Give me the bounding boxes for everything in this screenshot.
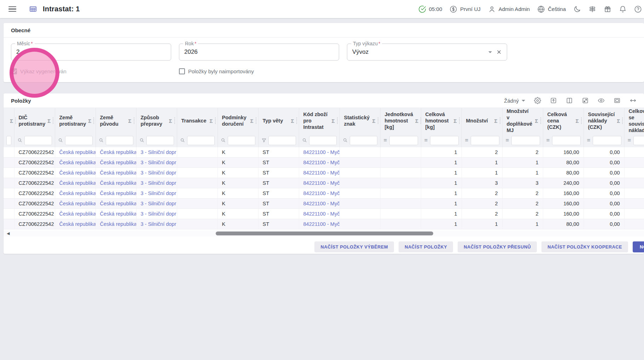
- filter-input-11[interactable]: [430, 136, 459, 145]
- report-generated-checkbox[interactable]: Výkaz vygenerován: [11, 68, 171, 74]
- cell-link[interactable]: Česká republika: [100, 170, 137, 176]
- cell-link[interactable]: Česká republika: [59, 149, 96, 155]
- column-header-14[interactable]: Celková cena (CZK)Σ: [543, 108, 584, 134]
- column-header-2[interactable]: Země protistranyΣ: [55, 108, 95, 134]
- cell-link[interactable]: Česká republika: [59, 201, 96, 206]
- columns-icon[interactable]: [566, 97, 573, 104]
- cell-link[interactable]: 84221100 - Myč…: [303, 160, 340, 165]
- column-resize-handle[interactable]: [53, 118, 53, 124]
- column-header-13[interactable]: Množství v doplňkové MJΣ: [502, 108, 543, 134]
- bell-icon[interactable]: [619, 5, 627, 13]
- cell-link[interactable]: 3 - Silniční dopr…: [141, 149, 177, 155]
- filter-input-16[interactable]: [633, 136, 644, 145]
- expand-horizontal-icon[interactable]: [630, 97, 637, 104]
- column-resize-handle[interactable]: [622, 118, 623, 124]
- chevron-down-icon[interactable]: [488, 51, 492, 53]
- cell-link[interactable]: Česká republika: [100, 190, 137, 196]
- year-field[interactable]: Rok* 2026: [179, 44, 339, 61]
- column-resize-handle[interactable]: [540, 118, 541, 124]
- new-item-button[interactable]: NOVÁ: [633, 241, 644, 252]
- sum-icon[interactable]: Σ: [250, 118, 253, 124]
- load-items-button-2[interactable]: NAČÍST POLOŽKY PŘESUNŮ: [458, 241, 537, 252]
- equals-icon[interactable]: =: [505, 137, 510, 144]
- load-items-button-0[interactable]: NAČÍST POLOŽKY VÝBĚREM: [314, 241, 394, 252]
- accounting-unit[interactable]: První UJ: [449, 5, 481, 13]
- report-type-field[interactable]: Typ výkazu* Vývoz: [347, 44, 507, 61]
- cell-link[interactable]: Česká republika: [100, 180, 137, 186]
- column-resize-handle[interactable]: [500, 118, 500, 124]
- filter-input-5[interactable]: [187, 136, 215, 145]
- column-resize-handle[interactable]: [256, 118, 256, 124]
- sum-icon[interactable]: Σ: [47, 118, 51, 124]
- sum-icon[interactable]: Σ: [575, 118, 579, 124]
- funnel-icon[interactable]: [261, 138, 267, 143]
- column-resize-handle[interactable]: [420, 118, 421, 124]
- cell-link[interactable]: Česká republika: [100, 221, 137, 227]
- user-menu[interactable]: Admin Admin: [488, 5, 530, 13]
- table-row[interactable]: CZ7006222542Česká republikaČeská republi…: [4, 178, 644, 188]
- items-imported-checkbox[interactable]: Položky byly naimportovány: [179, 68, 339, 74]
- cell-link[interactable]: 84221100 - Myč…: [303, 221, 340, 227]
- scrollbar-thumb[interactable]: [216, 232, 433, 235]
- scroll-left-icon[interactable]: ◀: [7, 232, 10, 235]
- cell-link[interactable]: 3 - Silniční dopr…: [141, 190, 177, 196]
- column-header-11[interactable]: Celková hmotnost [kg]Σ: [421, 108, 462, 134]
- column-header-12[interactable]: MnožstvíΣ: [462, 108, 502, 134]
- column-resize-handle[interactable]: [134, 118, 134, 124]
- sum-icon[interactable]: Σ: [128, 118, 131, 124]
- visibility-icon[interactable]: [598, 97, 605, 104]
- cell-link[interactable]: Česká republika: [100, 149, 137, 155]
- sum-icon[interactable]: Σ: [291, 118, 294, 124]
- cell-link[interactable]: 84221100 - Myč…: [303, 190, 340, 196]
- sum-icon[interactable]: Σ: [415, 118, 418, 124]
- language-menu[interactable]: Čeština: [537, 5, 566, 13]
- cell-link[interactable]: 84221100 - Myč…: [303, 211, 340, 217]
- filter-input-8[interactable]: [309, 136, 337, 145]
- load-items-button-1[interactable]: NAČÍST POLOŽKY: [399, 241, 453, 252]
- filter-input-6[interactable]: [228, 136, 255, 145]
- cell-link[interactable]: Česká republika: [100, 160, 137, 165]
- sum-icon[interactable]: Σ: [209, 118, 213, 124]
- table-row[interactable]: CZ7006222542Česká republikaČeská republi…: [4, 147, 644, 158]
- equals-icon[interactable]: =: [587, 137, 591, 144]
- column-resize-handle[interactable]: [93, 118, 94, 124]
- equals-icon[interactable]: =: [383, 137, 388, 144]
- fit-screen-icon[interactable]: [614, 97, 621, 104]
- filter-input-14[interactable]: [552, 136, 581, 145]
- filter-input-10[interactable]: [389, 136, 418, 145]
- column-header-10[interactable]: Jednotková hmotnost [kg]Σ: [380, 108, 421, 134]
- filter-input-13[interactable]: [511, 136, 540, 145]
- equals-icon[interactable]: =: [465, 137, 469, 144]
- filter-input-0[interactable]: [6, 136, 11, 145]
- cell-link[interactable]: 3 - Silniční dopr…: [141, 201, 177, 206]
- filter-input-4[interactable]: [146, 136, 174, 145]
- export-icon[interactable]: [550, 97, 557, 104]
- equals-icon[interactable]: =: [546, 137, 550, 144]
- table-row[interactable]: CZ7006222542Česká republikaČeská republi…: [4, 158, 644, 168]
- sum-icon[interactable]: Σ: [88, 118, 91, 124]
- load-items-button-3[interactable]: NAČÍST POLOŽKY KOOPERACE: [541, 241, 628, 252]
- sum-icon[interactable]: Σ: [494, 118, 497, 124]
- horizontal-scrollbar[interactable]: ◀: [4, 230, 644, 236]
- filter-input-3[interactable]: [106, 136, 133, 145]
- cell-link[interactable]: Česká republika: [59, 190, 96, 196]
- column-resize-handle[interactable]: [174, 118, 175, 124]
- settings-icon[interactable]: [534, 97, 541, 104]
- cell-link[interactable]: 3 - Silniční dopr…: [141, 180, 177, 186]
- cell-link[interactable]: 3 - Silniční dopr…: [141, 160, 177, 165]
- column-header-7[interactable]: Typ větyΣ: [258, 108, 299, 134]
- table-row[interactable]: CZ7006222542Česká republikaČeská republi…: [4, 209, 644, 219]
- column-header-8[interactable]: Kód zboží pro IntrastatΣ: [299, 108, 340, 134]
- cell-link[interactable]: 84221100 - Myč…: [303, 180, 340, 186]
- sum-icon[interactable]: Σ: [453, 118, 457, 124]
- filter-input-1[interactable]: [24, 136, 52, 145]
- cell-link[interactable]: 84221100 - Myč…: [303, 170, 340, 176]
- equals-icon[interactable]: =: [424, 137, 428, 144]
- cell-link[interactable]: Česká republika: [59, 160, 96, 165]
- sum-icon[interactable]: Σ: [331, 118, 335, 124]
- column-resize-handle[interactable]: [337, 118, 338, 124]
- column-resize-handle[interactable]: [296, 118, 297, 124]
- column-resize-handle[interactable]: [378, 118, 378, 124]
- column-header-6[interactable]: Podmínky doručeníΣ: [217, 108, 258, 134]
- table-row[interactable]: CZ7006222542Česká republikaČeská republi…: [4, 219, 644, 229]
